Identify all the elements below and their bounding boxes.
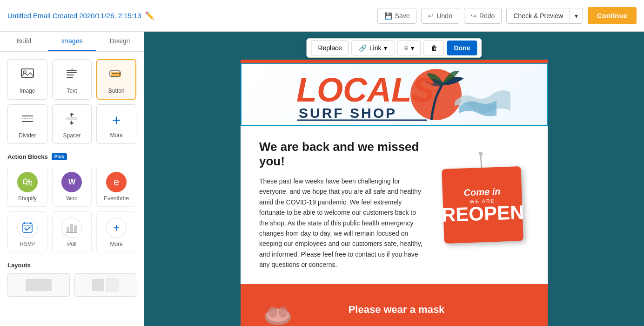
svg-point-27 [278, 306, 288, 318]
action-blocks-grid: 🛍 Shopify W Woo e Eventbrite [7, 166, 136, 252]
svg-rect-19 [106, 279, 118, 291]
check-preview-button[interactable]: Check & Preview ▾ [506, 8, 583, 24]
topbar-left: Untitled Email Created 2020/11/26, 2:15:… [7, 11, 154, 20]
block-image[interactable]: Image [7, 59, 47, 100]
more-block-icon: + [112, 112, 121, 129]
email-wrapper: LOCALS SURF SHOP We are back and we miss… [241, 32, 548, 326]
email-orange-bar [241, 60, 548, 63]
layouts-section-title: Layouts [7, 262, 136, 269]
email-header[interactable]: LOCALS SURF SHOP [241, 63, 548, 126]
action-block-shopify[interactable]: 🛍 Shopify [7, 166, 47, 207]
edit-title-icon[interactable]: ✏️ [145, 11, 154, 20]
svg-rect-9 [23, 223, 32, 232]
block-divider[interactable]: Divider [7, 104, 47, 144]
undo-button[interactable]: ↩ Undo [421, 8, 459, 24]
action-blocks-section-title: Action Blocks Plus [7, 153, 136, 160]
shopify-icon: 🛍 [17, 172, 38, 192]
align-icon: ≡ [404, 44, 408, 52]
action-block-poll[interactable]: Poll [52, 211, 92, 252]
svg-rect-14 [70, 224, 73, 232]
locals-surf-shop-logo: LOCALS SURF SHOP [242, 64, 547, 125]
canvas-area: Replace 🔗 Link ▾ ≡ ▾ 🗑 Done [144, 32, 644, 326]
tab-design[interactable]: Design [96, 32, 144, 51]
reopen-sign: Come in WE ARE REOPEN [436, 140, 529, 270]
svg-text:SURF SHOP: SURF SHOP [299, 105, 397, 121]
sign-string [480, 154, 482, 168]
eventbrite-icon: e [106, 172, 127, 192]
tab-build[interactable]: Build [0, 32, 48, 51]
action-block-more[interactable]: + More [96, 211, 136, 252]
sidebar-content: Image Text [0, 52, 144, 304]
main-layout: Build Images Design [0, 32, 644, 326]
done-button[interactable]: Done [447, 41, 477, 55]
mask-illustration [259, 293, 296, 326]
rsvp-icon [17, 217, 38, 238]
email-body-section: We are back and we missed you! These pas… [241, 126, 548, 284]
undo-icon: ↩ [428, 12, 434, 20]
spacer-block-icon [64, 111, 79, 129]
layout-item-2[interactable] [74, 273, 137, 297]
topbar-right: 💾 Save ↩ Undo ↪ Redo Check & Preview ▾ C… [377, 7, 637, 24]
email-footer-orange: Please wear a mask [241, 284, 548, 326]
sidebar: Build Images Design [0, 32, 144, 326]
button-block-icon [109, 67, 124, 85]
blocks-grid: Image Text [7, 59, 136, 144]
block-button[interactable]: Button [96, 59, 136, 100]
link-button[interactable]: 🔗 Link ▾ [352, 41, 395, 55]
svg-text:LOCALS: LOCALS [296, 71, 434, 109]
floating-toolbar: Replace 🔗 Link ▾ ≡ ▾ 🗑 Done [306, 38, 482, 58]
action-block-eventbrite[interactable]: e Eventbrite [96, 166, 136, 207]
layouts-grid [7, 273, 136, 297]
layouts-section: Layouts [7, 262, 136, 297]
link-icon: 🔗 [359, 44, 367, 52]
block-more[interactable]: + More [96, 104, 136, 144]
topbar: Untitled Email Created 2020/11/26, 2:15:… [0, 0, 644, 32]
replace-button[interactable]: Replace [311, 41, 349, 55]
image-block-icon [20, 67, 35, 85]
action-block-rsvp[interactable]: RSVP [7, 211, 47, 252]
sign-come-in: Come in [463, 186, 501, 198]
svg-rect-8 [66, 117, 77, 120]
link-dropdown-icon: ▾ [384, 44, 387, 52]
block-spacer[interactable]: Spacer [52, 104, 92, 144]
continue-button[interactable]: Continue [588, 7, 637, 24]
svg-rect-18 [92, 279, 104, 291]
document-title: Untitled Email Created 2020/11/26, 2:15:… [7, 12, 141, 20]
svg-rect-17 [26, 279, 52, 291]
svg-point-26 [268, 306, 277, 318]
save-icon: 💾 [384, 12, 392, 20]
check-preview-dropdown-icon[interactable]: ▾ [570, 8, 583, 23]
block-text[interactable]: Text [52, 59, 92, 100]
email-body-text: We are back and we missed you! These pas… [259, 140, 427, 270]
svg-rect-15 [74, 225, 77, 232]
align-dropdown-icon: ▾ [411, 44, 414, 52]
delete-button[interactable]: 🗑 [424, 41, 444, 55]
trash-icon: 🗑 [431, 44, 437, 52]
poll-icon [61, 217, 82, 238]
save-button[interactable]: 💾 Save [377, 8, 417, 24]
more-plus-icon: + [106, 217, 127, 238]
mask-text: Please wear a mask [296, 304, 496, 316]
text-block-icon [64, 67, 79, 85]
redo-button[interactable]: ↪ Redo [464, 8, 502, 24]
action-block-woo[interactable]: W Woo [52, 166, 92, 207]
redo-icon: ↪ [471, 12, 476, 20]
woo-icon: W [61, 172, 82, 192]
tab-images[interactable]: Images [48, 32, 96, 51]
svg-rect-13 [67, 227, 69, 232]
reopen-sign-graphic: Come in WE ARE REOPEN [442, 166, 523, 244]
email-paragraph: These past few weeks have been challengi… [259, 176, 427, 270]
email-content: LOCALS SURF SHOP We are back and we miss… [241, 60, 548, 326]
layout-item-1[interactable] [7, 273, 70, 297]
email-headline: We are back and we missed you! [259, 140, 427, 169]
divider-block-icon [20, 111, 35, 129]
align-button[interactable]: ≡ ▾ [397, 41, 421, 55]
sign-reopen: REOPEN [441, 202, 524, 224]
sidebar-tabs: Build Images Design [0, 32, 144, 52]
